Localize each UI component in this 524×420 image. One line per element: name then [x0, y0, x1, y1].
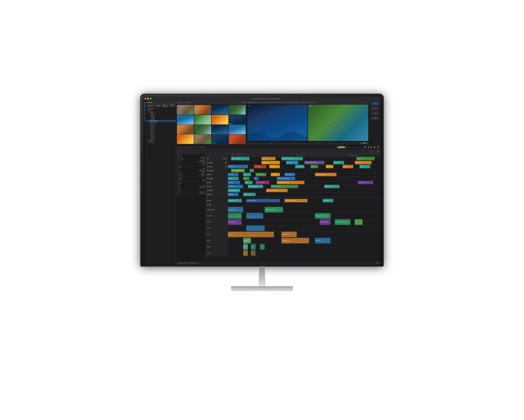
clip-beac-fr[interactable]: Beac fr	[359, 165, 370, 168]
clip-gymnastics[interactable]: Gymnastics on the beach	[281, 157, 303, 160]
clip-bbq-fun[interactable]: BBQ fun	[326, 165, 333, 168]
clip-k1-beac[interactable]: Beac: Re	[243, 244, 248, 250]
tree-cowboy[interactable]: Cowboy	[146, 118, 176, 120]
clip-a1-arriving[interactable]: Arriving at the beach	[246, 212, 260, 213]
clip-beach-front5[interactable]: Beach front	[228, 185, 243, 188]
clip-arriving-beach[interactable]: Arriving at the beach	[228, 189, 240, 192]
clip-a3-2[interactable]: Children playing	[320, 219, 330, 225]
track-v12-mute[interactable]: M	[223, 158, 225, 160]
clip-sunset-scene[interactable]: Sunset scene	[356, 157, 375, 160]
media-thumb-11[interactable]	[229, 125, 246, 134]
tl-link-btn[interactable]: ⊕	[371, 151, 372, 152]
media-thumb-2[interactable]	[212, 105, 228, 115]
tree-scene2[interactable]: Scene 2	[146, 125, 176, 127]
media-thumb-4[interactable]: Along the	[177, 115, 194, 125]
tl-settings-btn[interactable]: ⚙	[378, 151, 380, 152]
track-v11-mute[interactable]: M	[225, 162, 227, 164]
record-monitor[interactable]: Record	[308, 105, 368, 141]
clip-beach-front4[interactable]: Beach front	[343, 165, 353, 168]
tl-snap-btn[interactable]: ⊡	[369, 151, 370, 152]
clip-v2-arriving[interactable]: Arriving at the beach	[246, 199, 280, 202]
maximize-button[interactable]	[150, 98, 152, 99]
tl-splice-btn[interactable]: ⇩	[183, 151, 183, 152]
media-thumb-1[interactable]: Along the	[194, 105, 211, 115]
track-v12-lock[interactable]: L	[225, 158, 227, 160]
tree-wild-america[interactable]: Wild America	[146, 120, 176, 122]
media-thumb-6[interactable]: Along the	[212, 115, 228, 125]
clip-a3-4[interactable]: A1	[355, 219, 363, 225]
clip-putting-sunglass[interactable]: Putting on sunglass	[231, 157, 249, 160]
clip-beach-front3[interactable]: Beach front	[228, 165, 248, 168]
track-v10-mute[interactable]: M	[225, 166, 227, 168]
clip-beach-front6[interactable]: Beach front	[324, 185, 340, 188]
media-thumb-7[interactable]: Along the	[229, 115, 246, 125]
tree-abstract[interactable]: Abstract	[146, 113, 176, 115]
clip-a3-3[interactable]: Along the beach at sunset	[335, 219, 350, 225]
clip-v6-beach[interactable]: Beach	[245, 181, 253, 184]
inspector-color-btn[interactable]: ◐ Color	[370, 106, 379, 110]
tree-scene8[interactable]: Scene 8	[146, 136, 176, 138]
media-thumb-8[interactable]: Along Pie	[177, 125, 194, 134]
media-thumb-5[interactable]	[194, 115, 211, 125]
clip-3e[interactable]: 3 Be	[249, 169, 254, 172]
clip-a4-1[interactable]	[246, 225, 265, 231]
step-fwd-btn[interactable]: ▶▶	[366, 142, 368, 144]
clip-a2-1[interactable]	[228, 213, 242, 219]
tree-scene6[interactable]: Scene 6	[146, 132, 176, 134]
clip-v8-beach[interactable]: Beach	[243, 173, 251, 176]
clip-arrival[interactable]: Arrival	[228, 177, 239, 180]
clip-a2-walking[interactable]: Walking over the beach	[315, 213, 330, 219]
clip-beach-pebbles[interactable]: Beach pebbles	[285, 173, 295, 176]
clip-buying-sunscreen[interactable]: Buying Sunscreen scene	[305, 161, 324, 164]
clip-v2-1[interactable]: Southend-on-sea	[228, 199, 242, 202]
play-tl-btn[interactable]: ▶	[374, 146, 376, 148]
media-thumb-14[interactable]: Along the	[212, 134, 228, 144]
clip-walking-beach[interactable]: Walking over the beach	[271, 185, 298, 188]
breadcrumb-california[interactable]: California	[147, 105, 154, 107]
media-thumb-10[interactable]: Along the	[212, 125, 228, 134]
clip-kk-2[interactable]: Beac: Br	[251, 250, 256, 256]
tl-zoom-out-btn[interactable]: −	[373, 151, 374, 152]
media-view-icons[interactable]: ⊞ ≡ ⊟	[240, 101, 244, 103]
seq-settings-icon[interactable]: ⚙	[379, 262, 380, 264]
panel-menu-icon[interactable]: ≡	[173, 102, 174, 103]
clip-kk-1[interactable]: Arriving at the be...	[243, 250, 248, 256]
clip-world-teaching[interactable]: World teaching	[269, 165, 280, 168]
tl-extract-btn[interactable]: ⇧	[179, 151, 180, 152]
clip-beach-from[interactable]: Beach from	[262, 157, 275, 160]
clip-v2-walking[interactable]: Walking over the beach	[285, 199, 307, 202]
media-thumb-13[interactable]	[194, 134, 211, 144]
tree-templates[interactable]: ▶ Templates	[146, 140, 176, 141]
tree-scene7[interactable]: Scene 7	[146, 134, 176, 136]
breadcrumb-wildamerica[interactable]: Wild America	[162, 104, 169, 107]
tl-zoom-in-btn[interactable]: +	[375, 151, 376, 152]
tree-scene9[interactable]: Scene 9	[146, 138, 176, 140]
clip-beach-c[interactable]: Beach C	[311, 165, 318, 168]
tree-scene4[interactable]: Scene 4	[146, 129, 176, 131]
clip-beach-front7[interactable]: Beach front	[228, 193, 239, 196]
clip-k1-beac2[interactable]: Beac: Br	[251, 244, 256, 250]
minimize-button[interactable]	[147, 98, 149, 99]
media-thumb-15[interactable]: Along Pie	[229, 134, 246, 144]
clip-kiss-beach[interactable]: Kiss over the beach	[256, 181, 269, 184]
clip-beach-front2[interactable]: Beach front	[333, 161, 344, 164]
breadcrumb-colorado[interactable]: Colorado	[155, 105, 161, 107]
clip-a3-1[interactable]: Southend-on-sea	[228, 219, 242, 225]
tree-introduction[interactable]: Introduction	[146, 141, 176, 143]
play-btn[interactable]: ▶	[364, 142, 365, 144]
tree-clips[interactable]: ▼ Clips	[146, 109, 176, 111]
clip-v8-1[interactable]: Beach sign	[228, 173, 239, 176]
clip-packing-up[interactable]: Packing up	[355, 161, 372, 164]
scrubbar-track[interactable]	[248, 143, 359, 143]
breadcrumb-scene9[interactable]: Scene 9	[170, 104, 175, 107]
play-reverse-btn[interactable]: ◀◀	[360, 142, 362, 144]
inspector-effects-btn[interactable]: ★ Effects	[370, 116, 379, 120]
goto-end-btn[interactable]: ⏭	[377, 146, 380, 148]
media-thumb-9[interactable]	[194, 125, 211, 134]
clip-getting-food[interactable]: Getting food	[262, 161, 280, 164]
clip-a1-walking[interactable]: Walking over the beach	[265, 207, 283, 212]
clip-road-sign[interactable]: Road sign	[228, 181, 240, 184]
clip-a2s-beach-front[interactable]: Beach front	[315, 238, 330, 243]
tree-california[interactable]: California	[146, 115, 176, 116]
tl-fit-btn[interactable]: ⊞	[376, 151, 377, 152]
